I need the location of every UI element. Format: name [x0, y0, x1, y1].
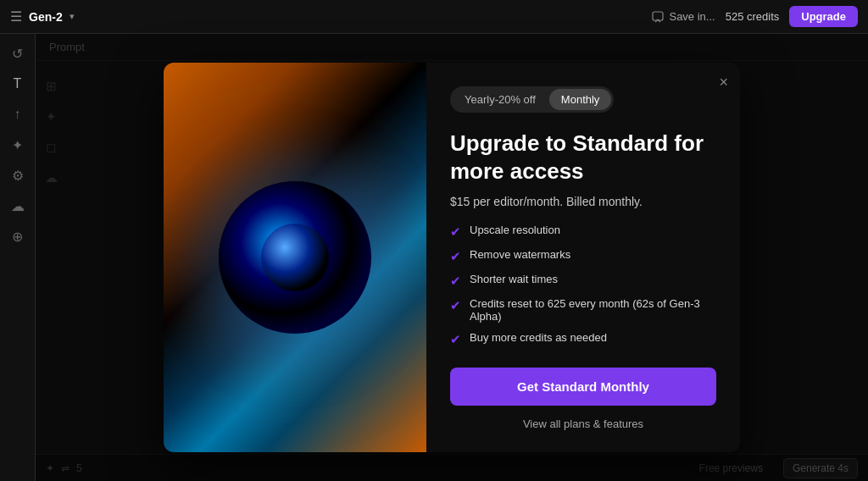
- feature-item: ✔ Upscale resolution: [450, 224, 716, 240]
- billing-toggle[interactable]: Yearly-20% off Monthly: [450, 86, 614, 113]
- get-standard-monthly-button[interactable]: Get Standard Monthly: [450, 368, 716, 406]
- check-icon: ✔: [450, 249, 461, 264]
- feature-text: Remove watermarks: [470, 248, 570, 261]
- sidebar-icon-text[interactable]: T: [5, 71, 31, 97]
- menu-icon[interactable]: ☰: [10, 8, 22, 25]
- modal-overlay: × Yearly-20% off Monthly Upgrade to Stan…: [36, 34, 868, 481]
- feature-item: ✔ Remove watermarks: [450, 248, 716, 264]
- chevron-down-icon: ▾: [70, 11, 75, 22]
- feature-item: ✔ Credits reset to 625 every month (62s …: [450, 297, 716, 323]
- check-icon: ✔: [450, 224, 461, 240]
- feature-text: Shorter wait times: [470, 273, 558, 285]
- feature-text: Buy more credits as needed: [470, 331, 607, 344]
- sidebar-icon-fx[interactable]: ✦: [5, 132, 31, 158]
- sidebar-icon-upload[interactable]: ↑: [5, 102, 31, 127]
- modal-title: Upgrade to Standard for more access: [450, 130, 716, 185]
- sidebar-icon-add[interactable]: ⊕: [5, 224, 31, 249]
- content-area: Prompt ⊞ ✦ ◻ ☁ Describe your shot to tak…: [36, 34, 868, 481]
- check-icon: ✔: [450, 332, 461, 347]
- credits-badge: 525 credits: [726, 10, 780, 23]
- check-icon: ✔: [450, 274, 461, 289]
- feature-text: Upscale resolution: [470, 224, 560, 236]
- upgrade-button[interactable]: Upgrade: [789, 6, 858, 27]
- monthly-toggle-option[interactable]: Monthly: [549, 89, 612, 110]
- sidebar-icon-settings[interactable]: ⚙: [5, 163, 31, 188]
- yearly-toggle-option[interactable]: Yearly-20% off: [453, 89, 548, 110]
- topbar: ☰ Gen-2 ▾ Save in... 525 credits Upgrade: [0, 0, 868, 34]
- sidebar-icon-history[interactable]: ↺: [5, 41, 31, 66]
- main-layout: ↺ T ↑ ✦ ⚙ ☁ ⊕ Prompt ⊞ ✦ ◻ ☁ Describe yo…: [0, 34, 868, 481]
- view-plans-link[interactable]: View all plans & features: [450, 417, 716, 430]
- topbar-right: Save in... 525 credits Upgrade: [652, 6, 858, 27]
- modal-price: $15 per editor/month. Billed monthly.: [450, 195, 716, 208]
- topbar-left: ☰ Gen-2 ▾: [10, 8, 75, 25]
- save-icon: [652, 11, 664, 23]
- save-button[interactable]: Save in...: [652, 10, 715, 23]
- sidebar-icon-layers[interactable]: ☁: [5, 193, 31, 218]
- save-label: Save in...: [669, 10, 715, 23]
- feature-list: ✔ Upscale resolution ✔ Remove watermarks…: [450, 224, 716, 347]
- feature-item: ✔ Buy more credits as needed: [450, 331, 716, 347]
- feature-item: ✔ Shorter wait times: [450, 273, 716, 289]
- feature-text: Credits reset to 625 every month (62s of…: [470, 297, 716, 323]
- modal-wrapper: × Yearly-20% off Monthly Upgrade to Stan…: [164, 63, 740, 452]
- check-icon: ✔: [450, 298, 461, 313]
- close-button[interactable]: ×: [719, 75, 728, 90]
- modal-image: [164, 63, 426, 452]
- modal-dialog: × Yearly-20% off Monthly Upgrade to Stan…: [426, 63, 740, 452]
- app-title: Gen-2: [29, 10, 63, 24]
- left-sidebar: ↺ T ↑ ✦ ⚙ ☁ ⊕: [0, 34, 36, 481]
